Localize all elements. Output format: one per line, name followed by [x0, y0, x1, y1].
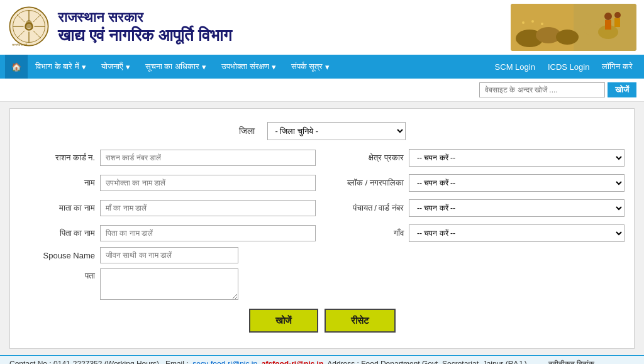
- naam-input[interactable]: [100, 175, 316, 191]
- address-label: पता: [19, 268, 95, 281]
- mata-naam-label: माता का नाम: [19, 203, 95, 213]
- nav-sampark[interactable]: संपर्क सूत्र ▾: [284, 55, 338, 79]
- nav-home[interactable]: 🏠: [5, 55, 28, 79]
- spouse-row: Spouse Name: [19, 245, 625, 266]
- svg-point-25: [522, 21, 525, 24]
- header-line2: खाद्य एवं नागरिक आपूर्ति विभाग: [58, 26, 503, 45]
- block-label: ब्लॉक / नगरपालिका: [328, 178, 404, 188]
- reset-form-button[interactable]: रीसेट: [325, 309, 396, 333]
- navbar: 🏠 विभाग के बारे में ▾ योजनाऍं ▾ सूचना का…: [0, 55, 644, 79]
- chevron-down-icon: ▾: [272, 62, 276, 72]
- mata-naam-input[interactable]: [100, 200, 316, 216]
- footer-contact: Contact No : 0141-2227352 (Working Hours…: [0, 355, 644, 364]
- gaon-field: गाँव -- चयन करें --: [328, 222, 625, 245]
- naam-label: नाम: [19, 178, 95, 188]
- header-line1: राजस्थान सरकार: [58, 9, 503, 26]
- kshetra-select[interactable]: -- चयन करें --: [409, 149, 625, 167]
- svg-rect-24: [614, 18, 620, 27]
- block-select[interactable]: -- चयन करें --: [409, 174, 625, 192]
- naam-field: नाम: [19, 172, 316, 194]
- login-button[interactable]: लॉगिन करे: [596, 55, 639, 79]
- chevron-down-icon: ▾: [126, 62, 130, 72]
- address-row: पता: [19, 266, 625, 302]
- nav-upbhokta[interactable]: उपभोक्ता संरक्षण ▾: [214, 55, 284, 79]
- ration-card-label: राशन कार्ड न.: [19, 153, 95, 163]
- gaon-label: गाँव: [328, 228, 404, 238]
- svg-point-21: [604, 13, 612, 20]
- kshetra-field: क्षेत्र प्रकार -- चयन करें --: [328, 146, 625, 169]
- emblem-logo: सत्यमेव जयते: [8, 5, 50, 50]
- form-grid: राशन कार्ड न. क्षेत्र प्रकार -- चयन करें…: [19, 146, 625, 245]
- svg-rect-22: [605, 20, 611, 30]
- search-bar: खोजें: [0, 79, 644, 102]
- svg-point-26: [531, 20, 534, 23]
- panchayat-field: पंचायत / वार्ड नंबर -- चयन करें --: [328, 197, 625, 219]
- ration-card-field: राशन कार्ड न.: [19, 146, 316, 169]
- block-field: ब्लॉक / नगरपालिका -- चयन करें --: [328, 172, 625, 194]
- ration-card-input[interactable]: [100, 150, 316, 166]
- pita-naam-label: पिता का नाम: [19, 228, 95, 238]
- panchayat-select[interactable]: -- चयन करें --: [409, 199, 625, 217]
- chevron-down-icon: ▾: [82, 62, 86, 72]
- mata-naam-field: माता का नाम: [19, 197, 316, 219]
- scm-login-button[interactable]: SCM Login: [489, 55, 541, 79]
- chevron-down-icon: ▾: [202, 62, 206, 72]
- district-label: जिला: [239, 126, 255, 136]
- nav-vibhag[interactable]: विभाग के बारे में ▾: [28, 55, 94, 79]
- svg-point-12: [26, 20, 32, 29]
- address-textarea[interactable]: [100, 268, 238, 300]
- panchayat-label: पंचायत / वार्ड नंबर: [328, 203, 404, 213]
- search-form-button[interactable]: खोजें: [249, 309, 318, 333]
- search-button[interactable]: खोजें: [608, 82, 636, 97]
- spouse-name-input[interactable]: [100, 247, 238, 263]
- kshetra-label: क्षेत्र प्रकार: [328, 153, 404, 163]
- pita-naam-field: पिता का नाम: [19, 222, 316, 245]
- footer-update-date: नवीनीकृत दिनांक :25/07/2022: [548, 360, 635, 364]
- main-form-container: जिला - जिला चुनिये - राशन कार्ड न. क्षेत…: [9, 108, 635, 349]
- svg-point-23: [614, 12, 621, 18]
- district-select[interactable]: - जिला चुनिये -: [267, 122, 406, 140]
- site-header: सत्यमेव जयते राजस्थान सरकार खाद्य एवं ना…: [0, 0, 644, 55]
- svg-text:सत्यमेव जयते: सत्यमेव जयते: [11, 43, 27, 47]
- search-input[interactable]: [479, 82, 605, 97]
- footer-email2-link[interactable]: afcfood-rj@nic.in: [262, 360, 323, 364]
- header-title-block: राजस्थान सरकार खाद्य एवं नागरिक आपूर्ति …: [58, 9, 503, 45]
- nav-soochna[interactable]: सूचना का अधिकार ▾: [138, 55, 214, 79]
- svg-point-18: [556, 30, 579, 45]
- chevron-down-icon: ▾: [325, 62, 330, 72]
- district-row: जिला - जिला चुनिये -: [19, 118, 625, 146]
- nav-yojnaen[interactable]: योजनाऍं ▾: [94, 55, 138, 79]
- icds-login-button[interactable]: ICDS Login: [541, 55, 596, 79]
- svg-point-27: [541, 23, 543, 25]
- form-buttons: खोजें रीसेट: [19, 302, 625, 339]
- spouse-label: Spouse Name: [19, 251, 95, 260]
- gaon-select[interactable]: -- चयन करें --: [409, 224, 625, 242]
- header-banner-image: [511, 4, 636, 51]
- pita-naam-input[interactable]: [100, 225, 316, 241]
- footer-email1-link[interactable]: secy-food-rj@nic.in: [192, 360, 257, 364]
- footer-contact-text: Contact No : 0141-2227352 (Working Hours…: [9, 360, 548, 364]
